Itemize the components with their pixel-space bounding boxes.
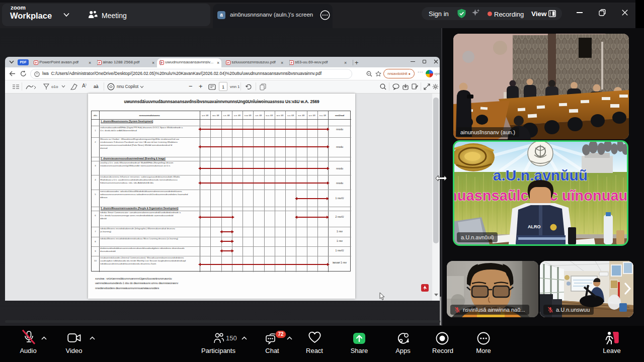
svg-text:ALRO: ALRO (528, 224, 541, 229)
